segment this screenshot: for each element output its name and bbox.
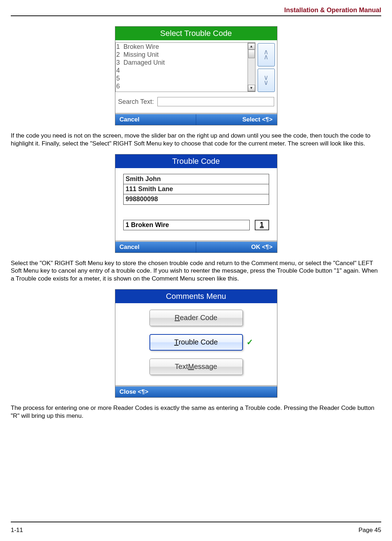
scroll-thumb[interactable] <box>248 50 255 58</box>
list-num: 5 <box>116 74 123 82</box>
list-item[interactable]: Missing Unit <box>123 51 248 59</box>
search-input[interactable] <box>157 97 274 106</box>
paragraph: The process for entering one or more Rea… <box>11 404 381 420</box>
list-item[interactable] <box>123 66 248 74</box>
screenshot-trouble-code: Trouble Code Smith John 111 Smith Lane 9… <box>115 154 277 253</box>
titlebar: Select Trouble Code <box>115 27 277 40</box>
scroll-up-icon[interactable]: ▲ <box>248 43 255 50</box>
titlebar: Comments Menu <box>115 290 277 303</box>
footer-left: 1-11 <box>11 527 23 534</box>
list-item[interactable]: Damaged Unit <box>123 59 248 66</box>
list-item[interactable] <box>123 74 248 82</box>
btn-accel: T <box>174 338 179 346</box>
scroll-down-icon[interactable]: ▼ <box>248 85 255 91</box>
reader-code-button[interactable]: Reader Code <box>149 310 243 326</box>
search-label: Search Text: <box>118 98 154 106</box>
btn-accel: R <box>175 314 180 322</box>
btn-text: rouble Code <box>179 338 218 346</box>
customer-address: 111 Smith Lane <box>124 184 269 194</box>
account-info: Smith John 111 Smith Lane 998800098 <box>123 174 269 205</box>
page-down-button[interactable]: \/\/ <box>258 69 275 92</box>
list-num: 3 <box>116 59 123 66</box>
list-num: 6 <box>116 82 123 90</box>
scroll-track[interactable] <box>248 50 255 85</box>
close-button[interactable]: Close <¶> <box>115 387 277 397</box>
account-number: 998800098 <box>124 194 269 204</box>
header-rule <box>11 15 381 16</box>
btn-accel: M <box>188 362 194 371</box>
list-num: 2 <box>116 51 123 59</box>
btn-text: Text <box>175 362 188 371</box>
screenshot-select-trouble-code: Select Trouble Code 1 2 3 4 5 6 Broken W… <box>115 26 277 125</box>
customer-name: Smith John <box>124 174 269 184</box>
cancel-button[interactable]: Cancel <box>115 114 197 125</box>
ok-button[interactable]: OK <¶> <box>196 242 277 253</box>
trouble-code-list[interactable]: 1 2 3 4 5 6 Broken Wire Missing Unit Dam… <box>115 42 255 92</box>
screenshot-comments-menu: Comments Menu Reader Code Trouble Code ✓… <box>115 289 277 398</box>
cancel-button[interactable]: Cancel <box>115 242 197 253</box>
footer-rule <box>11 522 381 522</box>
check-icon: ✓ <box>246 338 257 347</box>
page-up-button[interactable]: /\/\ <box>258 43 275 66</box>
trouble-code-button[interactable]: Trouble Code <box>149 334 243 351</box>
list-num: 1 <box>116 43 123 51</box>
text-message-button[interactable]: Text Message <box>149 359 243 375</box>
scrollbar[interactable]: ▲ ▼ <box>248 43 255 92</box>
selected-trouble-code: 1 Broken Wire <box>123 220 250 230</box>
footer-right: Page 45 <box>359 527 381 534</box>
btn-text: essage <box>194 362 217 371</box>
paragraph: If the code you need is not on the scree… <box>11 132 381 148</box>
list-item[interactable] <box>123 82 248 90</box>
select-button[interactable]: Select <¶> <box>196 114 277 125</box>
paragraph: Select the "OK" RIGHT Soft Menu key to s… <box>11 259 381 283</box>
trouble-code-number[interactable]: 1 <box>255 220 269 230</box>
page-header: Installation & Operation Manual <box>11 6 381 15</box>
titlebar: Trouble Code <box>115 154 277 168</box>
list-num: 4 <box>116 66 123 74</box>
btn-text: eader Code <box>180 314 217 322</box>
list-item[interactable]: Broken Wire <box>123 43 248 51</box>
